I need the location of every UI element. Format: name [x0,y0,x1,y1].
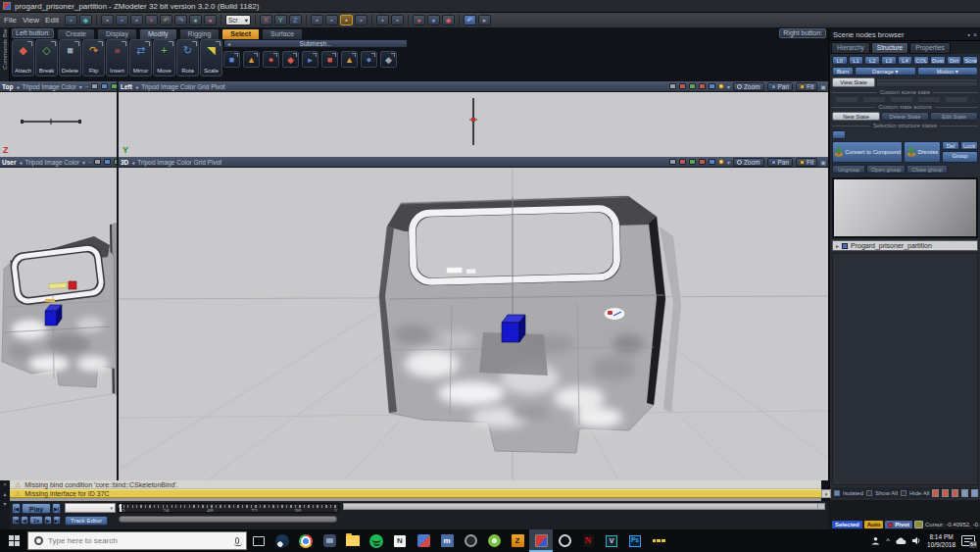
flip-button[interactable]: ↷Flip [82,39,105,76]
collapse-icon[interactable]: ◂ [19,159,22,166]
submesh-group-header[interactable]: ◂Submesh... [223,39,408,48]
microphone-icon[interactable] [235,537,239,544]
redo-icon[interactable]: ↷ [174,15,187,25]
group-button[interactable]: Group [942,151,978,163]
convert-to-compound-button[interactable]: Convert to Compound [832,141,903,163]
layers-icon[interactable] [709,159,715,165]
viewport-options-left[interactable]: Tripod Image Color Grid Pivot [141,83,225,90]
viewport-options-3d[interactable]: Tripod Image Color Grid Pivot [137,159,221,166]
snap-grid-icon[interactable]: ▪ [311,15,323,25]
rotate-button[interactable]: ↻Rota [176,39,199,76]
insert-button[interactable]: »Insert [106,39,128,76]
taskbar-clock[interactable]: 8:14 PM 10/9/2018 [927,533,956,548]
lod-col-button[interactable]: COL [913,56,929,65]
search-input[interactable] [48,536,230,545]
viewport-name-3d[interactable]: 3D [121,159,128,166]
selection-state-icon[interactable] [832,130,846,139]
menu-edit[interactable]: Edit [45,16,59,25]
filter-icon-2[interactable] [942,489,949,497]
export-icon[interactable]: ▪ [130,15,143,25]
isolated-button[interactable]: Isolated [843,490,863,496]
viewport-canvas-left[interactable]: Y [119,92,828,157]
scratch-button[interactable]: Scratch [962,56,978,65]
collapse-icon[interactable]: ◂ [135,83,138,90]
menu-file[interactable]: File [4,16,17,25]
new-scene-icon[interactable]: ▪ [65,15,77,25]
viewport-canvas-3d[interactable] [119,168,828,480]
flag-icon[interactable] [699,159,706,165]
submesh-tool-3[interactable]: ● [263,51,279,68]
wireframe-icon[interactable] [104,159,111,165]
go-to-end-button[interactable]: ▶| [52,503,61,514]
wireframe-icon[interactable] [101,83,108,89]
open-group-button[interactable]: Open group [866,165,906,174]
material-icon[interactable]: ● [413,15,425,25]
expand-icon[interactable]: ▸ [836,242,839,249]
start-button[interactable] [0,529,27,552]
commands-bar[interactable]: Commands Bar [0,27,10,81]
steam-app[interactable] [270,529,294,552]
submesh-tool-4[interactable]: ◆ [282,51,299,68]
submesh-tool-8[interactable]: ● [361,51,377,68]
textured-icon[interactable] [114,159,117,165]
ungroup-button[interactable]: Ungroup [832,165,865,174]
viewport-canvas-user[interactable] [0,168,117,480]
new-state-button[interactable]: New State [832,112,880,121]
menu-view[interactable]: View [23,16,39,25]
zmodeler-doc-app[interactable]: Z [506,529,529,552]
netflix-app[interactable]: N [576,529,600,552]
filter-icon-1[interactable] [932,489,939,497]
viewport-name-user[interactable]: User [2,159,16,166]
animation-dropdown[interactable]: ▾ [65,503,116,513]
paint-mode-icon[interactable]: ▪ [391,15,404,25]
axis-y-button[interactable]: Y [274,15,287,25]
delete-state-button[interactable]: Delete State [881,112,929,121]
viewport-options-user[interactable]: Tripod Image Color [24,159,78,166]
timeline-ruler[interactable]: 0 24 48 72 96 120 [118,503,339,513]
dropdown-icon[interactable]: ▾ [82,159,85,166]
task-view-button[interactable] [247,529,270,552]
lod-l2-button[interactable]: L2 [864,56,880,65]
scene-tree-item[interactable]: ▸ Progard_prisoner_partition [832,240,978,251]
textured-icon[interactable] [111,83,117,89]
zoom-button[interactable]: Zoom [733,158,764,167]
volume-icon[interactable] [912,536,921,545]
dropdown-icon[interactable]: ▾ [727,159,730,166]
scroll-up-icon[interactable]: ▴ [3,490,6,497]
submesh-tool-1[interactable]: ■ [223,51,240,68]
submesh-tool-7[interactable]: ▲ [341,51,358,68]
step-back-button[interactable]: ◀ [21,516,28,525]
play-button[interactable]: Play [22,503,51,514]
selected-badge[interactable]: Selected [832,521,862,528]
import-icon[interactable]: ◆ [79,15,92,25]
zoom-button[interactable]: Zoom [733,82,764,91]
fast-forward-button[interactable]: ▶| [53,516,61,525]
scene-tree-empty-area[interactable] [832,253,978,485]
snap-edge-icon[interactable]: ▪ [340,15,353,25]
people-icon[interactable] [871,536,880,545]
xbox-app[interactable] [553,529,576,552]
onedrive-cloud-icon[interactable] [896,537,906,545]
submesh-tool-9[interactable]: ◆ [380,51,397,68]
light-icon[interactable] [718,83,724,89]
target-icon[interactable]: ● [204,15,217,25]
track-editor-button[interactable]: Track Editor [65,516,108,526]
axis-x-button[interactable]: X [260,15,272,25]
marker-icon[interactable] [679,83,686,89]
submesh-tool-5[interactable]: ▸ [302,51,318,68]
green-circle-app[interactable] [482,529,506,552]
pivot-badge[interactable]: Pivot [885,521,912,528]
tab-structure[interactable]: Structure [871,42,908,54]
delete-button[interactable]: ■Delete [59,39,81,76]
submesh-tool-2[interactable]: ▲ [243,51,260,68]
dismiss-button[interactable]: Dismiss [904,141,941,163]
close-icon[interactable]: × [973,31,977,38]
texture-icon[interactable]: ● [427,15,440,25]
axis-z-button[interactable]: Z [289,15,302,25]
taskbar-search[interactable] [27,531,247,550]
shading-icon[interactable] [91,83,98,89]
undo-icon[interactable]: ↶ [160,15,172,25]
filter-icon-3[interactable] [952,489,958,497]
history-back-icon[interactable]: ↶ [464,15,476,25]
dirt-button[interactable]: Dirt [947,56,962,65]
